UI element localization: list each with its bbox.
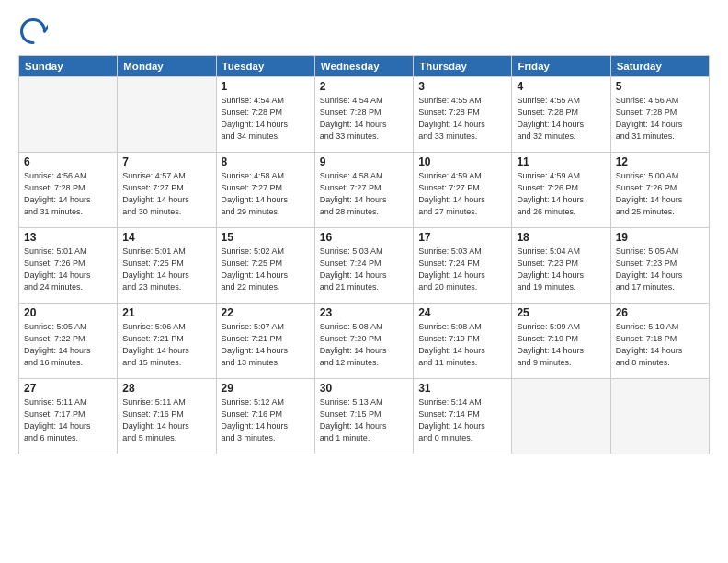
weekday-header-monday: Monday [118,56,216,77]
calendar-cell: 23Sunrise: 5:08 AM Sunset: 7:20 PM Dayli… [314,304,413,379]
day-info: Sunrise: 5:07 AM Sunset: 7:21 PM Dayligh… [222,321,310,369]
day-number: 15 [222,231,310,244]
calendar-cell: 3Sunrise: 4:55 AM Sunset: 7:28 PM Daylig… [414,77,512,153]
day-info: Sunrise: 4:54 AM Sunset: 7:28 PM Dayligh… [320,95,408,143]
week-row-3: 20Sunrise: 5:05 AM Sunset: 7:22 PM Dayli… [19,304,710,379]
day-number: 10 [418,155,506,168]
day-info: Sunrise: 5:12 AM Sunset: 7:16 PM Dayligh… [222,396,310,444]
day-info: Sunrise: 5:05 AM Sunset: 7:22 PM Dayligh… [24,321,112,369]
header [18,17,710,46]
calendar-cell: 21Sunrise: 5:06 AM Sunset: 7:21 PM Dayli… [118,304,216,379]
day-number: 20 [24,306,112,319]
day-info: Sunrise: 5:08 AM Sunset: 7:19 PM Dayligh… [418,321,506,369]
calendar-cell [610,379,709,454]
calendar-cell: 13Sunrise: 5:01 AM Sunset: 7:26 PM Dayli… [19,228,118,304]
page: SundayMondayTuesdayWednesdayThursdayFrid… [0,0,728,563]
weekday-header-saturday: Saturday [610,56,709,77]
day-number: 18 [517,231,605,244]
day-number: 3 [418,80,506,93]
day-number: 2 [320,80,408,93]
calendar-cell: 1Sunrise: 4:54 AM Sunset: 7:28 PM Daylig… [216,77,314,153]
day-info: Sunrise: 5:11 AM Sunset: 7:17 PM Dayligh… [24,396,112,444]
day-info: Sunrise: 5:00 AM Sunset: 7:26 PM Dayligh… [616,170,704,218]
day-info: Sunrise: 4:54 AM Sunset: 7:28 PM Dayligh… [222,95,310,143]
day-info: Sunrise: 5:01 AM Sunset: 7:26 PM Dayligh… [24,246,112,293]
calendar-cell: 9Sunrise: 4:58 AM Sunset: 7:27 PM Daylig… [314,153,413,228]
day-number: 16 [320,231,408,244]
calendar-cell: 28Sunrise: 5:11 AM Sunset: 7:16 PM Dayli… [118,379,216,454]
calendar-cell: 14Sunrise: 5:01 AM Sunset: 7:25 PM Dayli… [118,228,216,304]
weekday-header-wednesday: Wednesday [314,56,413,77]
day-number: 13 [24,231,112,244]
calendar-cell: 7Sunrise: 4:57 AM Sunset: 7:27 PM Daylig… [118,153,216,228]
day-info: Sunrise: 4:59 AM Sunset: 7:26 PM Dayligh… [517,170,605,218]
day-info: Sunrise: 5:03 AM Sunset: 7:24 PM Dayligh… [418,246,506,293]
calendar-cell: 2Sunrise: 4:54 AM Sunset: 7:28 PM Daylig… [314,77,413,153]
day-number: 14 [122,231,210,244]
weekday-header-row: SundayMondayTuesdayWednesdayThursdayFrid… [19,56,710,77]
day-number: 21 [122,306,210,319]
weekday-header-thursday: Thursday [414,56,512,77]
calendar-cell: 22Sunrise: 5:07 AM Sunset: 7:21 PM Dayli… [216,304,314,379]
calendar-cell: 29Sunrise: 5:12 AM Sunset: 7:16 PM Dayli… [216,379,314,454]
day-number: 7 [122,155,210,168]
day-number: 11 [517,155,605,168]
calendar-cell: 24Sunrise: 5:08 AM Sunset: 7:19 PM Dayli… [414,304,512,379]
calendar-cell: 8Sunrise: 4:58 AM Sunset: 7:27 PM Daylig… [216,153,314,228]
day-info: Sunrise: 4:55 AM Sunset: 7:28 PM Dayligh… [418,95,506,143]
calendar-table: SundayMondayTuesdayWednesdayThursdayFrid… [18,55,710,454]
day-info: Sunrise: 5:06 AM Sunset: 7:21 PM Dayligh… [122,321,210,369]
day-info: Sunrise: 5:14 AM Sunset: 7:14 PM Dayligh… [418,396,506,444]
week-row-0: 1Sunrise: 4:54 AM Sunset: 7:28 PM Daylig… [19,77,710,153]
day-info: Sunrise: 4:58 AM Sunset: 7:27 PM Dayligh… [320,170,408,218]
day-info: Sunrise: 5:05 AM Sunset: 7:23 PM Dayligh… [616,246,704,293]
day-number: 22 [222,306,310,319]
calendar-cell: 16Sunrise: 5:03 AM Sunset: 7:24 PM Dayli… [314,228,413,304]
calendar-cell: 25Sunrise: 5:09 AM Sunset: 7:19 PM Dayli… [512,304,610,379]
day-number: 9 [320,155,408,168]
day-info: Sunrise: 5:04 AM Sunset: 7:23 PM Dayligh… [517,246,605,293]
day-info: Sunrise: 5:10 AM Sunset: 7:18 PM Dayligh… [616,321,704,369]
day-number: 8 [222,155,310,168]
day-info: Sunrise: 5:09 AM Sunset: 7:19 PM Dayligh… [517,321,605,369]
day-info: Sunrise: 5:02 AM Sunset: 7:25 PM Dayligh… [222,246,310,293]
calendar-cell: 31Sunrise: 5:14 AM Sunset: 7:14 PM Dayli… [414,379,512,454]
day-number: 29 [222,382,310,395]
calendar-cell: 11Sunrise: 4:59 AM Sunset: 7:26 PM Dayli… [512,153,610,228]
day-number: 12 [616,155,704,168]
day-number: 25 [517,306,605,319]
day-number: 5 [616,80,704,93]
day-info: Sunrise: 4:56 AM Sunset: 7:28 PM Dayligh… [24,170,112,218]
day-info: Sunrise: 5:13 AM Sunset: 7:15 PM Dayligh… [320,396,408,444]
week-row-2: 13Sunrise: 5:01 AM Sunset: 7:26 PM Dayli… [19,228,710,304]
day-info: Sunrise: 5:08 AM Sunset: 7:20 PM Dayligh… [320,321,408,369]
day-number: 26 [616,306,704,319]
week-row-4: 27Sunrise: 5:11 AM Sunset: 7:17 PM Dayli… [19,379,710,454]
day-number: 17 [418,231,506,244]
calendar-cell: 27Sunrise: 5:11 AM Sunset: 7:17 PM Dayli… [19,379,118,454]
day-info: Sunrise: 4:58 AM Sunset: 7:27 PM Dayligh… [222,170,310,218]
calendar-cell: 30Sunrise: 5:13 AM Sunset: 7:15 PM Dayli… [314,379,413,454]
day-info: Sunrise: 4:57 AM Sunset: 7:27 PM Dayligh… [122,170,210,218]
day-info: Sunrise: 5:03 AM Sunset: 7:24 PM Dayligh… [320,246,408,293]
calendar-cell: 15Sunrise: 5:02 AM Sunset: 7:25 PM Dayli… [216,228,314,304]
day-info: Sunrise: 4:56 AM Sunset: 7:28 PM Dayligh… [616,95,704,143]
logo-icon [18,17,48,46]
day-number: 6 [24,155,112,168]
weekday-header-friday: Friday [512,56,610,77]
day-info: Sunrise: 4:59 AM Sunset: 7:27 PM Dayligh… [418,170,506,218]
weekday-header-sunday: Sunday [19,56,118,77]
week-row-1: 6Sunrise: 4:56 AM Sunset: 7:28 PM Daylig… [19,153,710,228]
calendar-cell: 19Sunrise: 5:05 AM Sunset: 7:23 PM Dayli… [610,228,709,304]
calendar-cell: 26Sunrise: 5:10 AM Sunset: 7:18 PM Dayli… [610,304,709,379]
day-number: 23 [320,306,408,319]
day-number: 4 [517,80,605,93]
day-number: 28 [122,382,210,395]
day-number: 30 [320,382,408,395]
day-number: 1 [222,80,310,93]
calendar-cell: 6Sunrise: 4:56 AM Sunset: 7:28 PM Daylig… [19,153,118,228]
calendar-cell [19,77,118,153]
day-number: 19 [616,231,704,244]
day-number: 31 [418,382,506,395]
day-info: Sunrise: 5:01 AM Sunset: 7:25 PM Dayligh… [122,246,210,293]
